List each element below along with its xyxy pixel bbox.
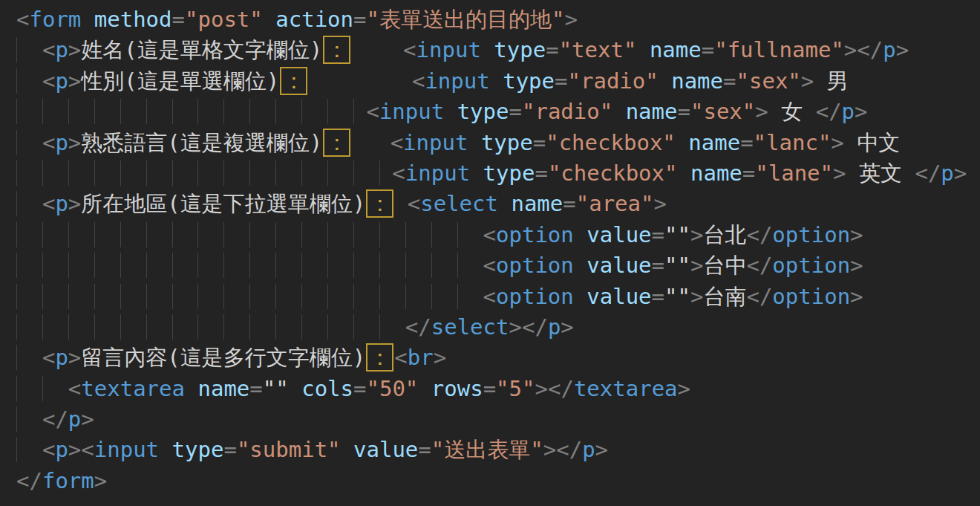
attribute-name-token: type	[481, 130, 533, 155]
punctuation-token: </	[915, 160, 941, 186]
punctuation-token: =	[533, 130, 546, 155]
tag-name-token: p	[55, 437, 68, 462]
string-token: "lanc"	[754, 130, 832, 155]
punctuation-token: >	[954, 160, 967, 186]
text-token	[394, 191, 407, 216]
text-token	[308, 68, 412, 94]
punctuation-token: =	[563, 191, 575, 216]
text-token	[289, 376, 301, 401]
indent-guides	[16, 37, 42, 62]
string-token: "5"	[496, 376, 535, 401]
text-token	[81, 7, 94, 32]
punctuation-token: <	[68, 376, 81, 401]
text-token: 姓名(這是單格文字欄位)	[81, 37, 322, 62]
punctuation-token: >	[831, 130, 843, 155]
code-line-16[interactable]: </form>	[16, 466, 980, 496]
tag-name-token: p	[55, 191, 68, 216]
punctuation-token: >	[68, 37, 81, 62]
punctuation-token: >	[801, 68, 814, 94]
punctuation-token: ></	[535, 376, 574, 401]
punctuation-token: >	[68, 130, 81, 155]
text-token	[481, 37, 494, 62]
code-line-5[interactable]: <p>熟悉語言(這是複選欄位)： <input type="checkbox" …	[16, 128, 980, 158]
empty-string-token: ""	[664, 222, 690, 247]
code-line-15[interactable]: <p><input type="submit" value="送出表單"></p…	[16, 435, 980, 465]
tag-name-token: p	[883, 37, 895, 62]
punctuation-token: =	[652, 222, 664, 247]
code-line-7[interactable]: <p>所在地區(這是下拉選單欄位)： <select name="area">	[16, 189, 980, 219]
text-token	[444, 99, 457, 124]
punctuation-token: </	[405, 314, 431, 340]
code-line-1[interactable]: <form method="post" action="表單送出的目的地">	[16, 4, 980, 35]
punctuation-token: =	[555, 68, 567, 94]
code-line-12[interactable]: <p>留言內容(這是多行文字欄位)：<br>	[16, 343, 980, 373]
code-editor[interactable]: <form method="post" action="表單送出的目的地"> <…	[0, 0, 980, 506]
punctuation-token: >	[690, 284, 703, 309]
code-line-9[interactable]: <option value="">台中</option>	[16, 250, 980, 281]
punctuation-token: <	[412, 68, 425, 94]
code-line-3[interactable]: <p>性別(這是單選欄位)： <input type="radio" name=…	[16, 66, 980, 97]
punctuation-token: <	[403, 37, 416, 62]
search-match-highlight: ：	[366, 189, 393, 218]
punctuation-token: <	[42, 130, 55, 155]
string-token: "submit"	[237, 437, 341, 462]
code-line-6[interactable]: <input type="checkbox" name="lane"> 英文 <…	[16, 158, 980, 189]
indent-guides	[16, 253, 483, 278]
text-token: 熟悉語言(這是複選欄位)	[81, 130, 322, 155]
string-token: "sex"	[690, 99, 755, 124]
indent-guides	[16, 284, 483, 309]
indent-guides	[16, 345, 42, 370]
punctuation-token: ></	[509, 314, 547, 340]
punctuation-token: >	[434, 345, 446, 370]
tag-name-token: option	[496, 222, 574, 247]
text-token	[418, 376, 431, 401]
code-line-8[interactable]: <option value="">台北</option>	[16, 220, 980, 250]
code-line-13[interactable]: <textarea name="" cols="50" rows="5"></t…	[16, 374, 980, 404]
text-token: 台南	[703, 284, 746, 309]
punctuation-token: =	[535, 160, 547, 186]
code-line-14[interactable]: </p>	[16, 404, 980, 435]
indent-guides	[16, 314, 405, 340]
text-token	[263, 7, 275, 32]
tag-name-token: p	[68, 406, 81, 432]
indent-guides	[16, 406, 42, 432]
punctuation-token: >	[68, 68, 81, 94]
tag-name-token: option	[772, 284, 850, 309]
indent-guides	[16, 222, 483, 247]
code-line-4[interactable]: <input type="radio" name="sex"> 女 </p>	[16, 97, 980, 127]
text-token	[341, 437, 353, 462]
punctuation-token: <	[408, 191, 420, 216]
attribute-name-token: name	[626, 99, 678, 124]
text-token	[678, 160, 690, 186]
code-line-2[interactable]: <p>姓名(這是單格文字欄位)： <input type="text" name…	[16, 35, 980, 65]
tag-name-token: p	[941, 160, 953, 186]
tag-name-token: textarea	[574, 376, 678, 401]
punctuation-token: =	[353, 376, 366, 401]
attribute-name-token: rows	[431, 376, 483, 401]
text-token	[659, 68, 671, 94]
attribute-name-token: cols	[301, 376, 353, 401]
code-line-11[interactable]: </select></p>	[16, 312, 980, 343]
punctuation-token: </	[16, 468, 42, 493]
attribute-name-token: name	[671, 68, 723, 94]
punctuation-token: =	[172, 7, 185, 32]
text-token: 所在地區(這是下拉選單欄位)	[81, 191, 365, 216]
punctuation-token: =	[723, 68, 736, 94]
punctuation-token: >	[833, 160, 846, 186]
string-token: "radio"	[568, 68, 659, 94]
tag-name-token: option	[772, 222, 850, 247]
punctuation-token: =	[678, 99, 690, 124]
code-line-10[interactable]: <option value="">台南</option>	[16, 282, 980, 312]
text-token	[159, 437, 172, 462]
string-token: "area"	[576, 191, 654, 216]
tag-name-token: form	[42, 468, 94, 493]
text-token	[574, 284, 587, 309]
punctuation-token: <	[394, 345, 407, 370]
punctuation-token: >	[850, 284, 863, 309]
tag-name-token: p	[55, 68, 68, 94]
tag-name-token: input	[94, 437, 159, 462]
text-token	[490, 68, 503, 94]
text-token: 留言內容(這是多行文字欄位)	[81, 345, 365, 370]
punctuation-token: >	[690, 222, 703, 247]
indent-guides	[16, 160, 392, 186]
